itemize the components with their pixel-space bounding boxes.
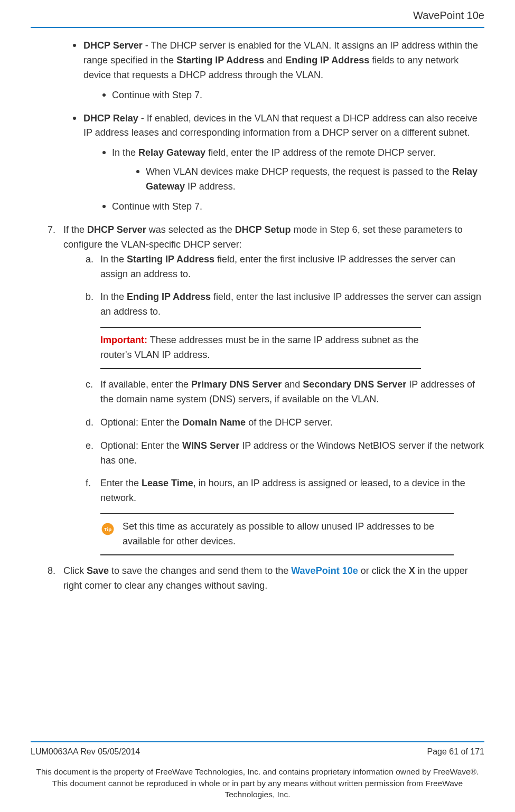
footer-page-number: Page 61 of 171 [427,745,484,759]
step-7b: b. In the Ending IP Address field, enter… [86,290,484,369]
tip-icon: Tip [100,522,115,536]
footer-revision: LUM0063AA Rev 05/05/2014 [31,745,140,759]
bullet-dhcp-relay: DHCP Relay - If enabled, devices in the … [73,111,484,214]
step-7-number: 7. [48,223,55,238]
important-callout: Important: These addresses must be in th… [100,327,421,369]
important-label: Important: [100,335,147,345]
ending-ip-bold: Ending IP Address [285,55,369,65]
tip-callout: Tip Set this time as accurately as possi… [100,513,454,555]
wavepoint-link: WavePoint 10e [291,565,358,576]
step-7f: f. Enter the Lease Time, in hours, an IP… [86,476,484,555]
bullet-dhcp-server: DHCP Server - The DHCP server is enabled… [73,39,484,103]
dhcp-server-label: DHCP Server [83,40,143,51]
text: and [264,55,285,65]
bullet-relay-gateway: In the Relay Gateway field, enter the IP… [102,146,484,194]
body-content: DHCP Server - The DHCP server is enabled… [31,39,484,593]
product-name: WavePoint 10e [413,10,484,21]
step-8-number: 8. [48,564,55,579]
important-text: These addresses must be in the same IP a… [100,335,419,360]
page-header: WavePoint 10e [31,7,484,28]
text: - If enabled, devices in the VLAN that r… [83,113,477,138]
step-7e: e. Optional: Enter the WINS Server IP ad… [86,439,484,468]
step-7a: a. In the Starting IP Address field, ent… [86,252,484,282]
footer-copyright: This document is the property of FreeWav… [31,766,484,800]
step-8: 8. Click Save to save the changes and se… [48,564,484,593]
starting-ip-bold: Starting IP Address [176,55,264,65]
bullet-continue-step7: Continue with Step 7. [102,88,484,103]
step-7c: c. If available, enter the Primary DNS S… [86,377,484,407]
step-7: 7. If the DHCP Server was selected as th… [48,223,484,555]
dhcp-relay-label: DHCP Relay [83,113,138,124]
svg-text:Tip: Tip [104,527,111,533]
step-7d: d. Optional: Enter the Domain Name of th… [86,416,484,430]
bullet-relay-sub: When VLAN devices make DHCP requests, th… [136,165,484,194]
bullet-continue-step7-b: Continue with Step 7. [102,200,484,214]
page-footer: LUM0063AA Rev 05/05/2014 Page 61 of 171 … [31,741,484,800]
tip-text: Set this time as accurately as possible … [123,520,454,549]
